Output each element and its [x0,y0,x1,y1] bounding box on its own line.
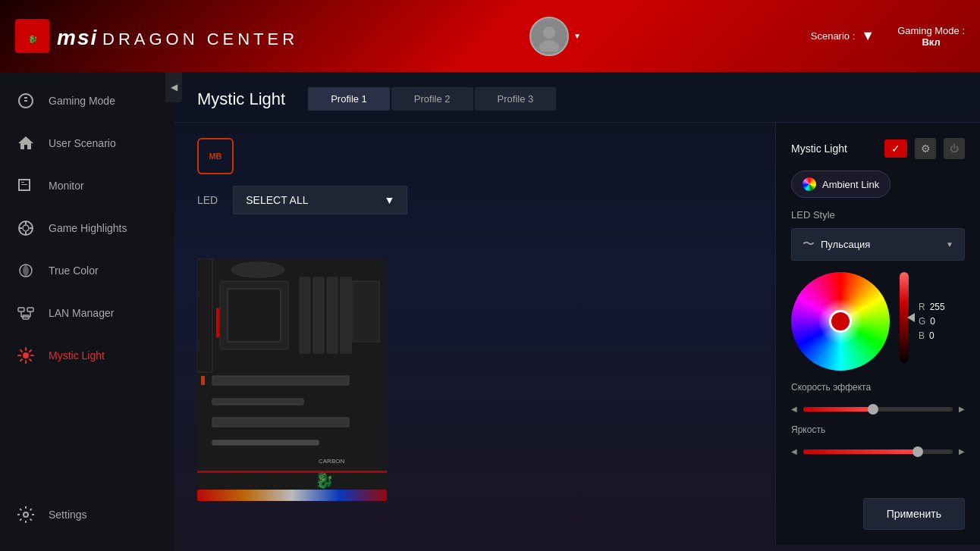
r-value: 255 [930,302,945,312]
g-label: G [919,316,925,327]
svg-rect-10 [21,182,24,183]
mystic-light-control-row: Mystic Light ✓ ⚙ ⏻ [791,138,965,159]
color-wheel-center [829,310,852,333]
sidebar-label-game-highlights: Game Highlights [49,222,127,234]
mystic-light-toggle[interactable]: ✓ [884,139,907,158]
scenario-dropdown-arrow[interactable]: ▼ [861,28,875,44]
brightness-section: Яркость ◀ ▶ [791,424,965,456]
svg-rect-19 [18,308,24,312]
sidebar-item-settings[interactable]: Settings [0,493,174,536]
avatar-icon [534,21,564,52]
svg-rect-9 [18,189,30,191]
brightness-bar[interactable] [900,272,909,363]
settings-icon [15,504,36,525]
mystic-light-icon [15,345,36,366]
svg-rect-40 [201,376,205,385]
brightness-right-arrow[interactable]: ▶ [959,447,965,456]
sidebar-label-true-color: True Color [49,265,99,277]
ml-controls: ✓ ⚙ ⏻ [884,138,965,159]
svg-rect-37 [212,418,349,427]
svg-rect-35 [212,376,349,385]
mystic-light-header: Mystic Light Profile 1 Profile 2 Profile… [174,72,980,123]
apply-button[interactable]: Применить [863,498,965,530]
lan-manager-icon [15,302,36,324]
mb-button[interactable]: MB [197,138,234,174]
led-select-value: SELECT ALL [246,194,308,206]
svg-rect-34 [341,277,351,353]
svg-text:🐉: 🐉 [28,34,38,44]
svg-rect-8 [29,179,30,191]
speed-left-arrow[interactable]: ◀ [791,405,797,413]
pulse-wave-icon: 〜 [803,236,815,252]
sidebar-item-true-color[interactable]: True Color [0,249,174,292]
led-dropdown[interactable]: SELECT ALL ▼ [233,186,407,214]
led-dropdown-arrow: ▼ [384,194,394,206]
sidebar-label-gaming-mode: Gaming Mode [49,95,115,107]
led-style-dropdown[interactable]: 〜 Пульсация ▼ [791,228,965,261]
svg-text:🐉: 🐉 [315,471,334,490]
sidebar-item-mystic-light[interactable]: Mystic Light [0,334,174,377]
brightness-label: Яркость [791,424,965,435]
svg-rect-47 [197,490,387,501]
brightness-left-arrow[interactable]: ◀ [791,447,797,456]
brightness-slider[interactable] [803,449,953,454]
svg-text:CARBON: CARBON [319,458,344,465]
scenario-label: Scenario : [811,30,856,42]
svg-rect-30 [228,289,281,342]
b-value: 0 [929,330,934,341]
sidebar-item-game-highlights[interactable]: Game Highlights [0,207,174,249]
sidebar-collapse-button[interactable]: ◀ [165,72,182,102]
profile-tab-1[interactable]: Profile 1 [308,87,390,111]
brightness-thumb-slider[interactable] [912,446,923,457]
svg-rect-31 [300,277,310,353]
gaming-mode-value: Вкл [897,36,965,48]
speed-right-arrow[interactable]: ▶ [959,405,965,413]
svg-point-13 [23,225,29,231]
header-right: Scenario : ▼ Gaming Mode : Вкл [811,25,980,48]
speed-thumb[interactable] [868,404,878,415]
color-wheel[interactable] [791,272,890,371]
brightness-fill [803,449,916,454]
ambient-link-icon [803,177,816,191]
sidebar-item-user-scenario[interactable]: User Scenario [0,122,174,164]
ambient-link-button[interactable]: Ambient Link [791,171,890,198]
led-style-value: Пульсация [821,239,940,250]
svg-rect-45 [216,308,219,338]
brightness-slider-row: ◀ ▶ [791,447,965,456]
svg-point-25 [23,352,29,358]
led-style-label: LED Style [791,209,965,221]
power-button[interactable]: ⏻ [944,138,965,159]
speed-slider[interactable] [803,407,953,412]
sidebar-item-monitor[interactable]: Monitor [0,164,174,207]
rgb-g-row: G 0 [919,316,945,327]
svg-point-46 [231,262,284,277]
sidebar-label-mystic-light: Mystic Light [49,349,105,362]
svg-rect-33 [327,277,338,353]
svg-point-26 [24,512,28,517]
sidebar: Gaming Mode User Scenario Monitor Game H… [0,72,174,551]
game-highlights-icon [15,218,36,239]
msi-dragon-icon: 🐉 [15,19,49,53]
main-content: Mystic Light Profile 1 Profile 2 Profile… [174,72,980,551]
svg-rect-20 [27,308,33,312]
settings-gear-button[interactable]: ⚙ [915,138,936,159]
sidebar-item-gaming-mode[interactable]: Gaming Mode [0,80,174,122]
sidebar-item-lan-manager[interactable]: LAN Manager [0,292,174,334]
speed-label: Скорость эффекта [791,382,965,393]
profile-tab-3[interactable]: Profile 3 [475,87,557,111]
sidebar-label-settings: Settings [49,509,87,521]
center-panel: MB LED SELECT ALL ▼ [174,123,775,545]
svg-text:msi: msi [57,26,98,49]
speed-slider-row: ◀ ▶ [791,405,965,413]
svg-rect-42 [197,258,212,372]
b-label: B [919,330,925,341]
app-title-logo: msi DRAGON CENTER [57,19,300,53]
gaming-mode-label: Gaming Mode : [897,25,965,36]
gaming-mode-icon [15,90,36,111]
user-avatar-button[interactable]: ▼ [529,17,581,56]
true-color-icon [15,260,36,281]
app-header: 🐉 msi DRAGON CENTER ▼ Scenario : ▼ Gamin… [0,0,980,72]
scenario-section: Scenario : ▼ [811,28,875,44]
profile-tab-2[interactable]: Profile 2 [391,87,473,111]
rgb-r-row: R 255 [919,302,945,312]
